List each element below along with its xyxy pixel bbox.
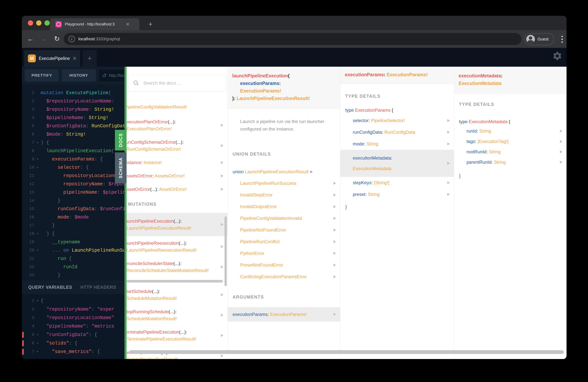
doc-list-item[interactable]: stopRunningSchedule(...):ScheduleMutatio…	[126, 308, 228, 322]
line-number: 2	[22, 305, 34, 314]
profile-button[interactable]: Guest	[524, 33, 554, 45]
fold-arrow-icon[interactable]: ▾	[34, 347, 41, 356]
union-member-name: PresetNotFoundError	[240, 262, 283, 268]
type-field[interactable]: selector: PipelineSelector!	[340, 115, 454, 127]
doc-list-item[interactable]: launchPipelineExecution(...):LaunchPipel…	[126, 213, 228, 236]
doc-list-item-partial[interactable]: PipelineConfigValidationResult!	[126, 104, 228, 110]
union-member[interactable]: InvalidOutputError	[228, 201, 340, 212]
scrollbar-horizontal[interactable]	[129, 350, 564, 354]
doc-list-item[interactable]: launchPipelineReexecution(...):LaunchPip…	[126, 239, 228, 254]
doc-item-text: instance: Instance!	[126, 159, 228, 166]
code-line: 23 }	[22, 271, 126, 279]
scrollbar-horizontal[interactable]	[126, 280, 223, 282]
union-member[interactable]: PipelineNotFoundError	[228, 224, 340, 236]
refresh-schema-icon[interactable]: ↺	[102, 72, 106, 79]
type-field[interactable]: tags: [ExecutionTag!]	[454, 136, 567, 147]
docs-panel-edge[interactable]	[125, 67, 126, 359]
code-text: "runConfigData": {	[41, 332, 97, 338]
fold-arrow-icon[interactable]: ▾	[34, 339, 41, 347]
code-line: 7▾) {	[22, 139, 126, 147]
new-tab-button[interactable]: +	[145, 19, 156, 29]
union-member[interactable]: LaunchPipelineRunSuccess	[228, 177, 340, 189]
endpoint-input[interactable]: ↺ http://loc	[99, 69, 126, 82]
chevron-right-icon	[221, 174, 223, 177]
docs-side-tab[interactable]: DOCS	[115, 130, 126, 150]
union-member[interactable]: InvalidStepError	[228, 189, 340, 201]
code-line: 10▾ selector: {	[22, 164, 126, 172]
reload-button[interactable]: ↻	[52, 33, 62, 45]
doc-list-item[interactable]: reconcileSchedulerState(...):ReconcileSc…	[126, 259, 228, 274]
chevron-right-icon	[334, 263, 336, 267]
union-member-name: PipelineConfigValidationInvalid	[240, 216, 302, 221]
code-text: run {	[41, 256, 72, 261]
union-member[interactable]: ConflictingExecutionParamsError	[228, 271, 340, 282]
playground-main: PRETTIFY HISTORY ↺ http://loc 1mutation …	[22, 67, 567, 359]
doc-list-item[interactable]: assetsOrError: AssetsOrError!	[126, 172, 228, 180]
settings-gear-icon[interactable]	[552, 51, 562, 61]
minimize-button[interactable]	[36, 20, 42, 26]
browser-menu-button[interactable]	[558, 34, 566, 44]
search-input[interactable]	[143, 80, 215, 86]
scrollbar-vertical[interactable]	[225, 216, 227, 286]
fold-arrow-icon[interactable]: ▾	[34, 331, 41, 339]
code-line: 17 }	[22, 221, 126, 230]
schema-side-tab[interactable]: SCHEMA	[115, 152, 126, 183]
fold-arrow-icon[interactable]: ▾	[34, 230, 41, 238]
profile-label: Guest	[538, 37, 549, 42]
type-field[interactable]: executionMetadata:ExecutionMetadata	[340, 150, 454, 177]
line-number: 5	[22, 122, 34, 130]
doc-item-text: assetsOrError: AssetsOrError!	[126, 172, 228, 179]
type-field-list: selector: PipelineSelector!runConfigData…	[340, 115, 454, 200]
code-text: $repositoryLocationName:	[41, 99, 114, 104]
fold-arrow-icon[interactable]: ▾	[34, 297, 41, 305]
doc-list-item[interactable]: runConfigSchemaOrError(...):RunConfigSch…	[126, 138, 228, 153]
tab-http-headers[interactable]: HTTP HEADERS	[81, 285, 116, 290]
close-button[interactable]	[28, 20, 33, 26]
type-field[interactable]: mode: String	[340, 138, 454, 150]
union-member[interactable]: PresetNotFoundError	[228, 259, 340, 271]
fold-arrow-icon[interactable]: ▾	[34, 139, 41, 147]
type-field[interactable]: runId: String	[454, 126, 567, 136]
browser-tab[interactable]: Playground - http://localhost:3 ✕	[50, 18, 139, 30]
fold-arrow-icon[interactable]: ▾	[34, 246, 41, 255]
zoom-button[interactable]	[44, 20, 50, 26]
code-text: "solids": {	[41, 340, 77, 346]
doc-list-item[interactable]: assetOrError(...): AssetOrError!	[126, 185, 228, 193]
query-editor[interactable]: 1mutation ExecutePipeline(2 $repositoryL…	[22, 84, 126, 285]
playground-tab[interactable]: M ExecutePipeline ✕	[24, 50, 80, 67]
union-member[interactable]: PipelineConfigValidationInvalid	[228, 212, 340, 224]
code-text: mode: $mode	[41, 214, 89, 220]
site-info-icon[interactable]: i	[68, 36, 75, 42]
tab-query-variables[interactable]: QUERY VARIABLES	[28, 285, 72, 290]
playground-tab-close-icon[interactable]: ✕	[72, 56, 77, 62]
tab-close-icon[interactable]: ✕	[126, 22, 129, 27]
chevron-right-icon	[221, 293, 223, 296]
prettify-button[interactable]: PRETTIFY	[25, 69, 59, 82]
back-button[interactable]: ←	[25, 33, 36, 45]
type-declaration: type ExecutionMetadata {	[459, 119, 567, 124]
field-text: runId: String	[466, 126, 567, 136]
type-field[interactable]: rootRunId: String	[454, 147, 567, 157]
doc-list-item[interactable]: instance: Instance!	[126, 159, 228, 166]
doc-list-item[interactable]: terminatePipelineExecution(...):Terminat…	[126, 328, 228, 343]
union-member[interactable]: PythonError	[228, 248, 340, 259]
fold-arrow-icon[interactable]: ▾	[34, 164, 41, 172]
query-variables-editor[interactable]: 1▾{2 "repositoryName": "exper3 "reposito…	[22, 294, 126, 359]
signature-line: executionMetadata:	[459, 72, 562, 80]
address-bar[interactable]: i localhost:3333/graphql	[64, 33, 521, 45]
doc-list-item[interactable]: startSchedule(...):ScheduleMutationResul…	[126, 287, 228, 302]
union-member[interactable]: PipelineRunConflict	[228, 236, 340, 248]
field-text: tags: [ExecutionTag!]	[466, 136, 567, 147]
docs-search-box[interactable]	[128, 75, 226, 91]
type-field[interactable]: runConfigData: RunConfigData	[340, 127, 454, 138]
type-field[interactable]: preset: String	[340, 189, 454, 200]
argument-row[interactable]: executionParams: ExecutionParams!	[228, 307, 340, 321]
doc-list-item[interactable]: executionPlanOrError(...):ExecutionPlanO…	[126, 118, 228, 133]
history-button[interactable]: HISTORY	[62, 69, 96, 82]
forward-button[interactable]: →	[39, 33, 49, 45]
type-field[interactable]: stepKeys: [String!]	[340, 177, 454, 189]
doc-item-text: runConfigSchemaOrError(...):RunConfigSch…	[126, 139, 228, 152]
type-field[interactable]: parentRunId: String	[454, 157, 567, 167]
playground-new-tab-button[interactable]: +	[83, 50, 97, 67]
fold-arrow-icon[interactable]: ▾	[34, 155, 41, 164]
